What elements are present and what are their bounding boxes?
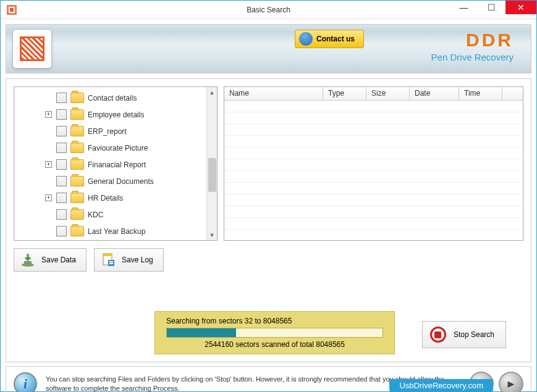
scroll-up-icon[interactable]: ▲: [207, 87, 217, 98]
tree-item[interactable]: +Employee details: [14, 106, 217, 123]
tree-checkbox[interactable]: [56, 226, 67, 236]
list-row[interactable]: [224, 136, 523, 148]
progress-status-text: 2544160 sectors scanned of total 8048565: [166, 340, 383, 349]
save-data-button[interactable]: Save Data: [14, 248, 87, 272]
progress-area: Searching from sectors 32 to 8048565 254…: [154, 311, 395, 354]
tree-item[interactable]: General Documents: [14, 173, 217, 190]
expand-icon[interactable]: +: [45, 194, 52, 201]
svg-rect-6: [103, 254, 112, 256]
person-icon: [299, 32, 313, 46]
tree-item[interactable]: Contact details: [14, 90, 217, 106]
maximize-button[interactable]: ☐: [478, 1, 505, 14]
contact-us-button[interactable]: Contact us: [295, 30, 364, 48]
folder-icon: [70, 109, 84, 120]
brand-subtitle: Pen Drive Recovery: [431, 52, 514, 62]
tree-checkbox[interactable]: [56, 209, 67, 220]
expand-icon[interactable]: +: [45, 161, 52, 168]
folder-icon: [70, 226, 84, 236]
panes: Contact details+Employee detailsERP_repo…: [14, 86, 523, 241]
progress-bar-fill: [167, 328, 236, 337]
tree-item[interactable]: Last Year Backup: [14, 223, 217, 240]
scroll-thumb[interactable]: [208, 158, 216, 192]
tree-item[interactable]: ERP_report: [14, 123, 217, 140]
brand-name: DDR: [431, 30, 514, 51]
list-row[interactable]: [224, 159, 523, 171]
app-icon: [6, 4, 18, 16]
list-row[interactable]: [224, 183, 523, 194]
folder-icon: [70, 143, 84, 153]
folder-icon: [70, 193, 84, 203]
footer-link[interactable]: UsbDriveRecovery.com: [389, 379, 493, 392]
list-rows: [224, 101, 523, 230]
tree-item-label: HR Details: [88, 194, 123, 202]
list-row[interactable]: [224, 148, 523, 159]
list-row[interactable]: [224, 206, 523, 218]
list-row[interactable]: [224, 124, 523, 136]
tree-checkbox[interactable]: [56, 176, 67, 186]
column-header[interactable]: Date: [410, 87, 459, 100]
folder-icon: [70, 93, 84, 103]
stop-search-button[interactable]: Stop Search: [422, 321, 506, 348]
list-row[interactable]: [224, 218, 523, 230]
save-log-button[interactable]: Save Log: [94, 248, 164, 272]
save-data-icon: [20, 252, 35, 267]
folder-tree-pane: Contact details+Employee detailsERP_repo…: [14, 86, 218, 241]
minimize-button[interactable]: —: [450, 1, 478, 14]
tree-scrollbar[interactable]: ▲ ▼: [206, 87, 217, 240]
contact-label: Contact us: [316, 35, 355, 43]
list-row[interactable]: [224, 112, 523, 124]
save-log-label: Save Log: [122, 256, 153, 264]
brand-text: DDR Pen Drive Recovery: [431, 30, 514, 62]
svg-rect-8: [109, 261, 113, 262]
tree-item-label: Finanacial Report: [88, 161, 146, 169]
list-row[interactable]: [224, 194, 523, 206]
tree-checkbox[interactable]: [56, 143, 67, 153]
progress-range-text: Searching from sectors 32 to 8048565: [166, 317, 383, 325]
folder-tree[interactable]: Contact details+Employee detailsERP_repo…: [14, 87, 217, 241]
save-log-icon: [101, 252, 116, 267]
column-header[interactable]: Type: [323, 87, 366, 100]
column-header[interactable]: Time: [459, 87, 502, 100]
column-header[interactable]: Name: [224, 87, 323, 100]
tree-item-label: Contact details: [88, 94, 137, 102]
folder-icon: [70, 126, 84, 136]
list-header: NameTypeSizeDateTime: [224, 87, 523, 101]
logo-icon: [20, 36, 44, 61]
column-header[interactable]: Size: [366, 87, 410, 100]
folder-icon: [70, 209, 84, 220]
scroll-down-icon[interactable]: ▼: [207, 230, 217, 240]
list-row[interactable]: [224, 101, 523, 112]
folder-icon: [70, 176, 84, 186]
window-controls: — ☐ ✕: [450, 1, 536, 14]
file-list-pane: NameTypeSizeDateTime: [224, 86, 523, 241]
tree-item[interactable]: KDC: [14, 206, 217, 223]
tree-checkbox[interactable]: [56, 159, 67, 170]
tree-item-label: ERP_report: [88, 127, 127, 136]
stop-search-label: Stop Search: [454, 330, 494, 339]
tree-item[interactable]: +HR Details: [14, 190, 217, 206]
tree-checkbox[interactable]: [56, 109, 67, 120]
tree-checkbox[interactable]: [56, 193, 67, 203]
expand-icon[interactable]: +: [45, 111, 52, 118]
list-row[interactable]: [224, 171, 523, 183]
tree-item-label: General Documents: [88, 177, 154, 186]
svg-rect-2: [10, 8, 14, 12]
stop-icon: [430, 327, 446, 343]
content-area: Contact details+Employee detailsERP_repo…: [6, 78, 531, 362]
forward-button[interactable]: ►: [499, 372, 523, 392]
tree-item[interactable]: Faviourate Picture: [14, 140, 217, 156]
progress-bar: [166, 328, 383, 338]
titlebar: Basic Search — ☐ ✕: [1, 1, 536, 19]
save-data-label: Save Data: [41, 256, 76, 264]
close-button[interactable]: ✕: [505, 1, 536, 14]
logo-box: [12, 29, 52, 69]
header-banner: Contact us DDR Pen Drive Recovery: [6, 24, 531, 73]
tree-checkbox[interactable]: [56, 126, 67, 136]
tree-checkbox[interactable]: [56, 93, 67, 103]
svg-rect-9: [109, 263, 113, 264]
tree-item[interactable]: +Finanacial Report: [14, 156, 217, 173]
folder-icon: [70, 159, 84, 170]
tree-item-label: Employee details: [88, 111, 144, 119]
column-header[interactable]: [502, 87, 523, 100]
tree-item-label: Last Year Backup: [88, 227, 145, 236]
